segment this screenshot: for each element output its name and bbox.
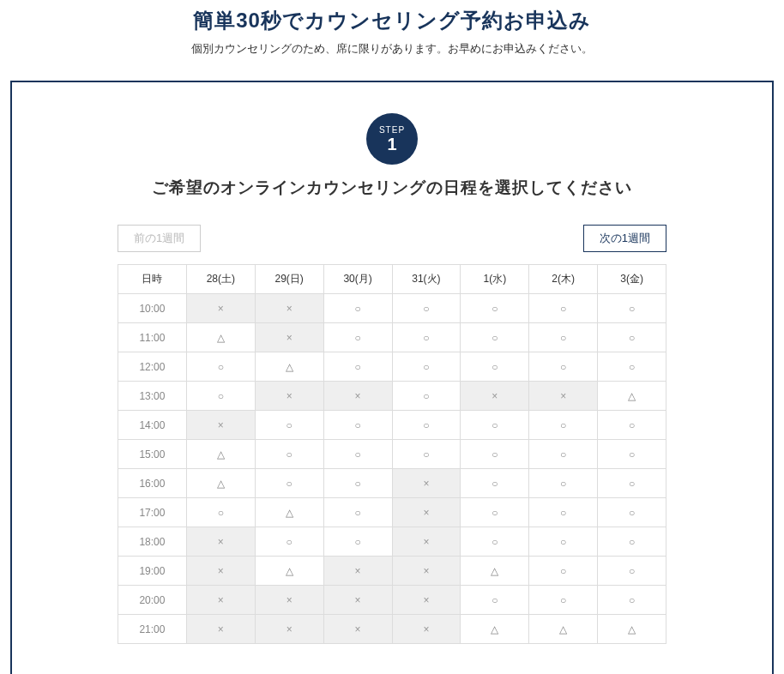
slot-cell[interactable]: △ <box>255 352 323 382</box>
slot-cell[interactable]: ○ <box>529 498 598 527</box>
slot-cell[interactable]: △ <box>255 498 323 527</box>
slot-cell: × <box>461 382 529 411</box>
week-nav: 前の1週間 次の1週間 <box>118 225 666 252</box>
slot-cell[interactable]: △ <box>461 557 529 586</box>
slot-cell[interactable]: △ <box>186 440 255 469</box>
slot-cell[interactable]: ○ <box>529 440 598 469</box>
slot-cell: × <box>323 557 392 586</box>
slot-cell[interactable]: ○ <box>323 352 392 382</box>
slot-cell[interactable]: ○ <box>461 440 529 469</box>
slot-cell[interactable]: △ <box>186 469 255 498</box>
day-header: 29(日) <box>255 265 323 294</box>
slot-cell: × <box>186 294 255 323</box>
day-header: 28(土) <box>186 265 255 294</box>
slot-cell[interactable]: ○ <box>529 557 598 586</box>
slot-cell[interactable]: ○ <box>255 527 323 557</box>
time-header: 日時 <box>118 265 187 294</box>
slot-cell[interactable]: △ <box>529 615 598 644</box>
slot-cell[interactable]: ○ <box>598 323 666 352</box>
table-row: 16:00△○○×○○○ <box>118 469 666 498</box>
slot-cell[interactable]: ○ <box>392 411 461 440</box>
slot-cell[interactable]: ○ <box>323 411 392 440</box>
slot-cell[interactable]: △ <box>598 615 666 644</box>
slot-cell[interactable]: ○ <box>529 323 598 352</box>
table-row: 11:00△×○○○○○ <box>118 323 666 352</box>
table-row: 17:00○△○×○○○ <box>118 498 666 527</box>
slot-cell[interactable]: ○ <box>598 527 666 557</box>
slot-cell[interactable]: ○ <box>598 440 666 469</box>
slot-cell[interactable]: ○ <box>392 440 461 469</box>
step-number: 1 <box>387 135 396 153</box>
slot-cell[interactable]: ○ <box>461 352 529 382</box>
slot-cell[interactable]: ○ <box>392 323 461 352</box>
table-row: 19:00×△××△○○ <box>118 557 666 586</box>
slot-cell: × <box>186 615 255 644</box>
time-cell: 15:00 <box>118 440 187 469</box>
slot-cell[interactable]: ○ <box>255 411 323 440</box>
slot-cell[interactable]: ○ <box>186 352 255 382</box>
step-badge: STEP 1 <box>366 113 418 165</box>
slot-cell[interactable]: ○ <box>323 294 392 323</box>
slot-cell[interactable]: ○ <box>529 469 598 498</box>
slot-cell[interactable]: ○ <box>392 382 461 411</box>
slot-cell[interactable]: ○ <box>323 323 392 352</box>
slot-cell: × <box>392 527 461 557</box>
time-cell: 16:00 <box>118 469 187 498</box>
slot-cell: × <box>186 527 255 557</box>
slot-cell[interactable]: ○ <box>461 323 529 352</box>
slot-cell[interactable]: ○ <box>461 586 529 615</box>
slot-cell[interactable]: ○ <box>186 382 255 411</box>
slot-cell[interactable]: △ <box>255 557 323 586</box>
slot-cell[interactable]: △ <box>598 382 666 411</box>
table-row: 20:00××××○○○ <box>118 586 666 615</box>
slot-cell[interactable]: ○ <box>461 469 529 498</box>
day-header: 3(金) <box>598 265 666 294</box>
slot-cell[interactable]: ○ <box>323 527 392 557</box>
slot-cell[interactable]: ○ <box>392 352 461 382</box>
slot-cell: × <box>392 469 461 498</box>
slot-cell: × <box>392 586 461 615</box>
time-cell: 11:00 <box>118 323 187 352</box>
slot-cell[interactable]: ○ <box>529 527 598 557</box>
slot-cell[interactable]: ○ <box>598 294 666 323</box>
slot-cell[interactable]: ○ <box>598 411 666 440</box>
slot-cell[interactable]: △ <box>461 615 529 644</box>
slot-cell: × <box>255 615 323 644</box>
slot-cell: × <box>392 615 461 644</box>
slot-cell: × <box>186 557 255 586</box>
slot-cell[interactable]: ○ <box>598 498 666 527</box>
slot-cell[interactable]: ○ <box>461 498 529 527</box>
page-subtitle: 個別カウンセリングのため、席に限りがあります。お早めにお申込みください。 <box>0 41 784 57</box>
slot-cell[interactable]: ○ <box>323 440 392 469</box>
time-cell: 19:00 <box>118 557 187 586</box>
slot-cell[interactable]: ○ <box>461 527 529 557</box>
slot-cell[interactable]: ○ <box>461 294 529 323</box>
day-header: 1(水) <box>461 265 529 294</box>
slot-cell[interactable]: △ <box>186 323 255 352</box>
slot-cell[interactable]: ○ <box>529 294 598 323</box>
slot-cell[interactable]: ○ <box>461 411 529 440</box>
slot-cell[interactable]: ○ <box>255 469 323 498</box>
day-header: 2(木) <box>529 265 598 294</box>
slot-cell[interactable]: ○ <box>598 469 666 498</box>
step-title: ご希望のオンラインカウンセリングの日程を選択してください <box>12 177 772 199</box>
next-week-button[interactable]: 次の1週間 <box>583 225 666 252</box>
slot-cell[interactable]: ○ <box>529 411 598 440</box>
slot-cell[interactable]: ○ <box>598 557 666 586</box>
slot-cell[interactable]: ○ <box>255 440 323 469</box>
table-row: 13:00○××○××△ <box>118 382 666 411</box>
slot-cell[interactable]: ○ <box>598 352 666 382</box>
slot-cell[interactable]: ○ <box>186 498 255 527</box>
page-title: 簡単30秒でカウンセリング予約お申込み <box>0 7 784 34</box>
slot-cell[interactable]: ○ <box>323 498 392 527</box>
slot-cell: × <box>392 498 461 527</box>
table-row: 12:00○△○○○○○ <box>118 352 666 382</box>
time-cell: 18:00 <box>118 527 187 557</box>
slot-cell[interactable]: ○ <box>598 586 666 615</box>
slot-cell: × <box>392 557 461 586</box>
slot-cell[interactable]: ○ <box>392 294 461 323</box>
slot-cell[interactable]: ○ <box>529 352 598 382</box>
slot-cell[interactable]: ○ <box>323 469 392 498</box>
slot-cell: × <box>186 586 255 615</box>
slot-cell[interactable]: ○ <box>529 586 598 615</box>
